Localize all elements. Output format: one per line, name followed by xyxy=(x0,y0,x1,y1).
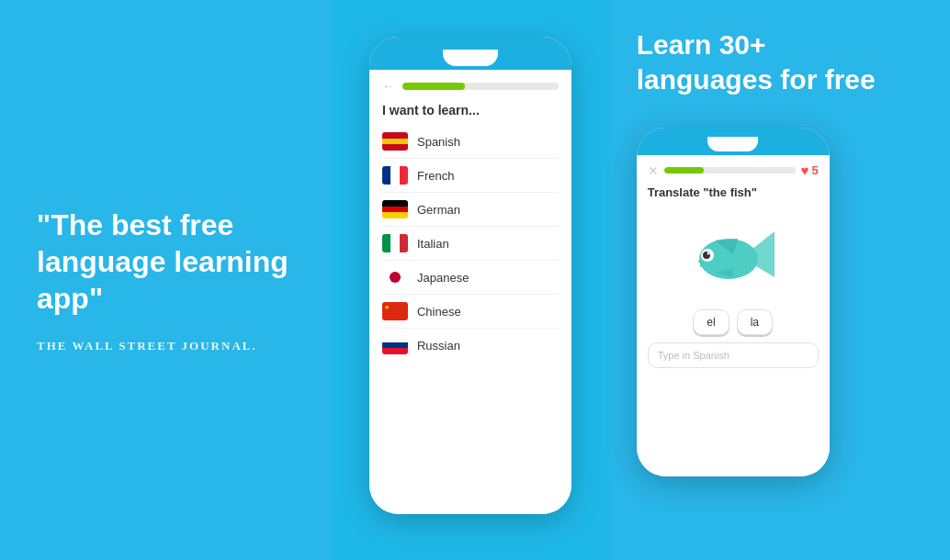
language-list: Spanish French German xyxy=(382,125,559,362)
heart-count: 5 xyxy=(811,163,818,177)
language-name-french: French xyxy=(417,169,454,183)
svg-point-6 xyxy=(707,252,709,255)
language-name-italian: Italian xyxy=(417,237,449,251)
center-panel: ← I want to learn... Spanish xyxy=(332,0,608,560)
heart-icon: ♥ xyxy=(801,162,809,178)
translate-prompt: Translate "the fish" xyxy=(648,185,819,199)
heart-badge: ♥ 5 xyxy=(801,162,819,178)
list-item[interactable]: German xyxy=(382,193,559,227)
quote-text: "The best free language learning app" xyxy=(37,207,313,317)
language-name-russian: Russian xyxy=(417,339,460,353)
flag-chinese: ★ xyxy=(382,302,408,320)
right-panel: Learn 30+ languages for free ✕ ♥ 5 Trans… xyxy=(609,0,950,560)
word-option-el[interactable]: el xyxy=(693,309,729,335)
flag-italian xyxy=(382,234,408,252)
list-item[interactable]: ★ Chinese xyxy=(382,295,559,329)
language-name-spanish: Spanish xyxy=(417,135,460,149)
left-panel: "The best free language learning app" TH… xyxy=(0,0,332,560)
journal-credit: THE WALL STREET JOURNAL. xyxy=(37,339,257,353)
center-notch-area xyxy=(369,37,571,70)
language-name-german: German xyxy=(417,203,460,217)
progress-track-small xyxy=(664,167,796,174)
fish-illustration xyxy=(648,208,819,309)
language-name-japanese: Japanese xyxy=(417,271,469,285)
flag-german xyxy=(382,200,408,218)
list-item[interactable]: Spanish xyxy=(382,125,559,159)
word-options: el la xyxy=(648,309,819,335)
flag-russian xyxy=(382,336,408,354)
headline-text: Learn 30+ languages for free xyxy=(637,28,876,96)
list-item[interactable]: Italian xyxy=(382,227,559,261)
center-notch xyxy=(443,50,498,66)
type-input[interactable]: Type in Spanish xyxy=(648,342,819,368)
back-arrow-icon[interactable]: ← xyxy=(382,79,395,94)
right-notch xyxy=(707,137,758,151)
center-phone-content: ← I want to learn... Spanish xyxy=(369,70,571,514)
learn-title: I want to learn... xyxy=(382,103,559,118)
list-item[interactable]: Japanese xyxy=(382,261,559,295)
list-item[interactable]: French xyxy=(382,159,559,193)
progress-fill-small xyxy=(664,167,704,174)
close-icon[interactable]: ✕ xyxy=(648,163,659,178)
center-phone: ← I want to learn... Spanish xyxy=(369,37,571,514)
progress-track xyxy=(402,83,559,90)
fish-svg xyxy=(687,222,779,296)
language-name-chinese: Chinese xyxy=(417,305,461,319)
progress-row: ← xyxy=(382,79,559,94)
flag-french xyxy=(382,166,408,185)
right-phone: ✕ ♥ 5 Translate "the fish" xyxy=(637,128,830,476)
flag-japanese xyxy=(382,268,408,286)
right-notch-area xyxy=(637,128,830,155)
word-option-la[interactable]: la xyxy=(737,309,773,335)
right-phone-content: ✕ ♥ 5 Translate "the fish" xyxy=(637,155,830,476)
flag-spanish xyxy=(382,132,408,151)
right-top-bar: ✕ ♥ 5 xyxy=(648,162,819,178)
list-item[interactable]: Russian xyxy=(382,329,559,362)
progress-fill xyxy=(402,83,465,90)
